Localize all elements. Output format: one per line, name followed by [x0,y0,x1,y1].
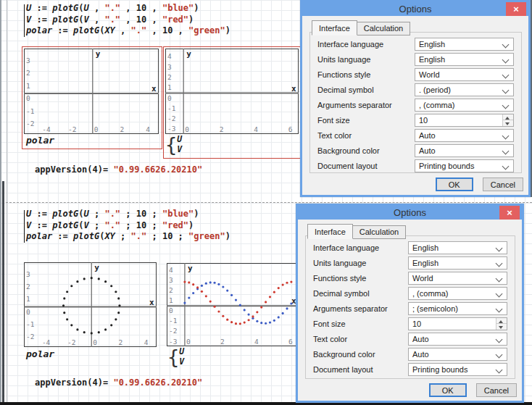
dialog-titlebar[interactable]: Options× [302,2,528,16]
tab-calculation[interactable]: Calculation [357,22,410,36]
functions-style-select[interactable]: World [408,272,507,285]
plot-polar-2[interactable]: 3210-1-2-4-2024yx [24,262,157,347]
y-tick-label: 0 [26,308,30,316]
data-point [196,286,199,288]
code-token: ) [188,220,194,230]
select-value: English [412,259,439,267]
code-line[interactable]: V := plotG(V , "." , 10 , "red") [26,14,230,26]
data-point [192,283,194,285]
font-size-spinner[interactable]: 10 [415,114,514,127]
code-block-2[interactable]: U := plotG(U ; "." ; 10 ; "blue")V := pl… [26,209,230,243]
ok-button[interactable]: OK [436,178,473,191]
y-axis-label: y [94,263,99,272]
chevron-down-icon [502,56,510,63]
code-line[interactable]: polar := plotG(XY ; "." ; 10 ; "green") [26,231,230,243]
data-point [188,281,190,283]
chevron-down-icon [502,132,510,139]
y-tick-label: 0 [167,94,172,102]
data-point [98,277,100,280]
code-token: plotG [73,231,99,241]
window-left-edge [0,0,1,402]
option-row-units-language: Units languageEnglish [306,255,515,270]
document-layout-select[interactable]: Printing bounds [408,363,507,376]
units-language-select[interactable]: English [415,53,514,66]
y-tick-label: 4 [169,266,173,274]
plot-uv-2[interactable]: 43210-1-2-30246yx [167,263,299,346]
interface-language-select[interactable]: English [408,241,507,254]
code-line[interactable]: U := plotG(U , "." , 10 , "blue") [26,3,230,14]
code-token: XY [104,231,115,241]
data-point [98,331,100,333]
tab-calculation[interactable]: Calculation [353,225,406,239]
option-label: Font size [317,116,415,125]
dialog-title: Options [394,207,426,218]
select-value: , (comma) [412,289,449,298]
code-line[interactable]: appVersion(4)= "0.99.6626.20210" [35,164,202,176]
code-token: polar [26,231,52,241]
document-layout-select[interactable]: Printing bounds [415,159,514,172]
spinner-up-icon[interactable] [496,318,507,325]
option-row-document-layout: Document layoutPrinting bounds [306,362,515,377]
close-icon[interactable]: × [499,206,520,220]
y-tick-label: -2 [26,120,34,128]
data-point [115,318,117,320]
code-line[interactable]: V := plotG(V ; "." ; 10 ; "red") [26,220,230,232]
data-point [282,283,284,285]
font-size-spinner[interactable]: 10 [408,317,507,330]
spinner-down-icon[interactable] [496,324,507,330]
text-color-select[interactable]: Auto [408,333,507,346]
data-point [63,297,65,299]
code-token: , [89,14,105,25]
y-tick-label: -3 [167,125,175,133]
data-point [209,281,212,283]
code-line[interactable]: appVersion(4)= "0.99.6626.20210" [35,377,202,389]
close-icon[interactable]: × [506,2,526,16]
code-token: appVersion [35,164,87,175]
ok-button[interactable]: OK [429,383,467,397]
cancel-button[interactable]: Cancel [476,383,517,397]
option-row-decimal-symbol: Decimal symbol, (comma) [306,285,515,301]
y-tick-label: -2 [167,114,175,122]
background-color-select[interactable]: Auto [415,144,514,157]
code-token: , [146,25,162,36]
code-block-1[interactable]: U := plotG(U , "." , 10 , "blue")V := pl… [26,3,230,37]
code-token: ; [115,231,131,241]
spinner-value: 10 [419,116,428,125]
code-line[interactable]: polar := plotG(XY , "." , 10 , "green") [26,25,230,37]
code-token: "blue" [162,3,194,13]
arguments-separator-select[interactable]: ; (semicolon) [408,302,507,315]
plot-label-uv-2: { U V [167,347,184,367]
text-color-select[interactable]: Auto [415,129,514,142]
tab-interface[interactable]: Interface [312,20,357,36]
interface-language-select[interactable]: English [415,38,514,51]
decimal-symbol-select[interactable]: , (comma) [408,287,507,300]
dialog-titlebar[interactable]: Options× [298,206,522,220]
dialog-tabs: InterfaceCalculation [307,225,406,239]
dialog-buttons: OKCancel [429,383,517,397]
spinner-down-icon[interactable] [503,120,513,126]
code-token: V [84,14,89,25]
options-dialog-top: Options×InterfaceCalculationInterface la… [300,0,531,197]
spinner-up-icon[interactable] [503,114,513,121]
code-token: "green" [188,231,225,241]
y-tick-label: -2 [169,327,177,335]
code-line[interactable]: U := plotG(U ; "." ; 10 ; "blue") [26,209,230,220]
decimal-symbol-select[interactable]: . (period) [415,83,514,96]
x-axis-label: x [151,84,157,93]
tab-interface[interactable]: Interface [307,224,353,239]
background-color-select[interactable]: Auto [408,348,507,361]
appversion-line-1[interactable]: appVersion(4)= "0.99.6626.20210" [35,164,202,176]
option-label: Document layout [317,162,415,170]
x-tick-label: 6 [288,125,293,133]
code-token: ) [194,3,199,13]
plot-uv-1[interactable]: 43210-1-2-30246yx [165,49,299,134]
units-language-select[interactable]: English [408,256,507,270]
appversion-line-2[interactable]: appVersion(4)= "0.99.6626.20210" [35,377,202,389]
dialog-tabs: InterfaceCalculation [312,22,410,36]
cancel-button[interactable]: Cancel [483,178,523,191]
plot-polar-1[interactable]: 3210-1-2-4-2024yx [24,49,159,134]
arguments-separator-select[interactable]: , (comma) [415,99,514,112]
functions-style-select[interactable]: World [415,68,514,81]
data-point [183,301,186,304]
option-label: Font size [313,320,408,328]
